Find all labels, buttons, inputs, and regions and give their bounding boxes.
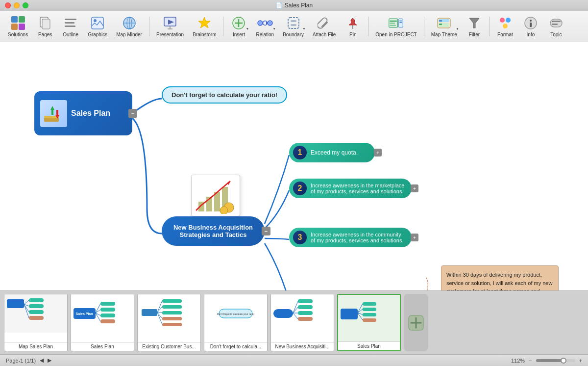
svg-rect-115 — [363, 302, 376, 306]
toolbar-brainstorm[interactable]: Brainstorm — [189, 13, 220, 40]
thumbnail-5[interactable]: New Business Acquisiti... — [270, 294, 334, 351]
svg-rect-51 — [530, 23, 532, 27]
branch-1-expand[interactable]: + — [374, 149, 382, 157]
root-node[interactable]: Sales Plan − — [34, 91, 132, 135]
map-theme-icon — [436, 15, 452, 31]
toolbar-boundary[interactable]: Boundary ▼ — [279, 13, 308, 40]
svg-rect-30 — [291, 20, 296, 22]
add-thumbnail-button[interactable] — [404, 294, 428, 351]
toolbar-relation[interactable]: Relation ▼ — [252, 13, 278, 40]
thumbnail-1[interactable]: Map Sales Plan — [4, 294, 68, 351]
toolbar-insert[interactable]: Insert ▼ — [226, 13, 251, 40]
root-node-image — [42, 101, 66, 126]
branch-2-node[interactable]: 2 Increase awareness in the marketplace … — [289, 179, 412, 198]
thumbnail-3[interactable]: Existing Customer Bus... — [137, 294, 201, 351]
branch-1-node[interactable]: 1 Exceed my quota. + — [289, 143, 375, 162]
toolbar-info[interactable]: Info — [518, 13, 543, 40]
branch-3-node[interactable]: 3 Increase awareness in the community of… — [289, 228, 412, 247]
svg-rect-114 — [341, 309, 358, 319]
svg-rect-107 — [298, 311, 313, 315]
thumbnail-4[interactable]: Don't forget to calculate your ratio! Do… — [204, 294, 268, 351]
toolbar-presentation[interactable]: Presentation — [152, 13, 188, 40]
toolbar-pin[interactable]: Pin — [341, 13, 365, 40]
zoom-level: 112% — [511, 358, 525, 364]
info-label: Info — [527, 32, 535, 37]
svg-rect-29 — [288, 18, 299, 28]
info-icon — [523, 15, 539, 31]
callout-node[interactable]: Don't forget to calculate your ratio! — [162, 86, 287, 104]
toolbar-attach-file[interactable]: Attach File — [309, 13, 340, 40]
main-canvas[interactable]: Don't forget to calculate your ratio! Sa… — [0, 42, 588, 290]
callout-text: Don't forget to calculate your ratio! — [172, 91, 277, 99]
minimize-button[interactable] — [14, 2, 20, 8]
middle-node[interactable]: New Business Acquisition Strategies and … — [162, 216, 265, 246]
zoom-decrease-button[interactable]: − — [529, 358, 532, 364]
insert-icon — [231, 15, 246, 31]
relation-arrow: ▼ — [272, 27, 276, 30]
prev-page-button[interactable]: ◀ — [40, 357, 44, 364]
toolbar-open-project[interactable]: Open in PROJECT — [371, 13, 420, 40]
svg-point-26 — [258, 21, 263, 26]
toolbar-map-minder[interactable]: Map Minder — [112, 13, 146, 40]
branch-1-text: Exceed my quota. — [311, 149, 358, 156]
outline-label: Outline — [63, 32, 78, 37]
toolbar-map-theme[interactable]: Map Theme ▼ — [427, 13, 461, 40]
thumbnail-3-label: Existing Customer Bus... — [138, 342, 200, 351]
maximize-button[interactable] — [23, 2, 28, 8]
svg-rect-116 — [363, 308, 376, 311]
separator-3 — [368, 17, 368, 36]
svg-rect-90 — [162, 299, 182, 303]
middle-collapse-button[interactable]: − — [262, 227, 270, 235]
pages-label: Pages — [38, 32, 52, 37]
svg-rect-118 — [363, 318, 376, 322]
thumbnail-2[interactable]: Sales Plan Sales Plan — [71, 294, 134, 351]
status-right: 112% − + — [511, 358, 582, 364]
page-info: Page-1 (1/1) — [6, 358, 36, 364]
svg-rect-82 — [100, 314, 115, 317]
toolbar-topic[interactable]: Topic — [544, 13, 568, 40]
branch-3-expand[interactable]: + — [411, 234, 418, 241]
toolbar-outline[interactable]: Outline — [58, 13, 83, 40]
filter-label: Filter — [469, 32, 480, 37]
chart-image — [191, 175, 240, 216]
svg-point-47 — [506, 18, 511, 23]
zoom-increase-button[interactable]: + — [579, 358, 582, 364]
toolbar-graphics[interactable]: Graphics — [84, 13, 111, 40]
svg-rect-0 — [11, 16, 18, 23]
svg-point-46 — [500, 18, 505, 23]
branch-2-num: 2 — [293, 182, 307, 195]
chart-svg — [194, 177, 238, 214]
map-minder-icon — [122, 15, 137, 31]
boundary-icon — [286, 15, 301, 31]
svg-rect-68 — [7, 299, 24, 308]
separator-4 — [424, 17, 424, 36]
svg-rect-54 — [552, 24, 558, 25]
svg-rect-3 — [19, 24, 25, 30]
traffic-lights[interactable] — [5, 2, 28, 8]
connectors-svg — [0, 42, 588, 290]
toolbar-pages[interactable]: Pages — [33, 13, 57, 40]
svg-point-66 — [220, 207, 228, 214]
relation-icon — [257, 15, 273, 31]
thumbnail-4-label: Don't forget to calcula... — [204, 342, 267, 351]
svg-rect-92 — [162, 311, 182, 314]
toolbar-solutions[interactable]: Solutions — [4, 13, 32, 40]
svg-rect-89 — [142, 309, 157, 316]
svg-rect-80 — [100, 302, 115, 306]
zoom-slider[interactable] — [536, 359, 575, 362]
window-title: Sales Plan — [285, 2, 313, 9]
root-collapse-button[interactable]: − — [128, 109, 137, 118]
svg-point-27 — [268, 21, 272, 26]
thumbnail-6[interactable]: ▶ ⊙ ✕ Sales Plan — [337, 294, 401, 351]
toolbar-format[interactable]: Format — [493, 13, 517, 40]
next-page-button[interactable]: ▶ — [48, 357, 51, 364]
format-label: Format — [497, 32, 513, 37]
topic-label: Topic — [550, 32, 562, 37]
graphics-icon — [90, 15, 105, 31]
toolbar-filter[interactable]: Filter — [462, 13, 487, 40]
close-button[interactable] — [5, 2, 11, 8]
thumb-4-svg: Don't forget to calculate your ratio! — [204, 294, 267, 333]
thumb-1-svg — [4, 294, 67, 333]
svg-rect-72 — [29, 316, 44, 320]
branch-2-expand[interactable]: + — [411, 184, 418, 192]
